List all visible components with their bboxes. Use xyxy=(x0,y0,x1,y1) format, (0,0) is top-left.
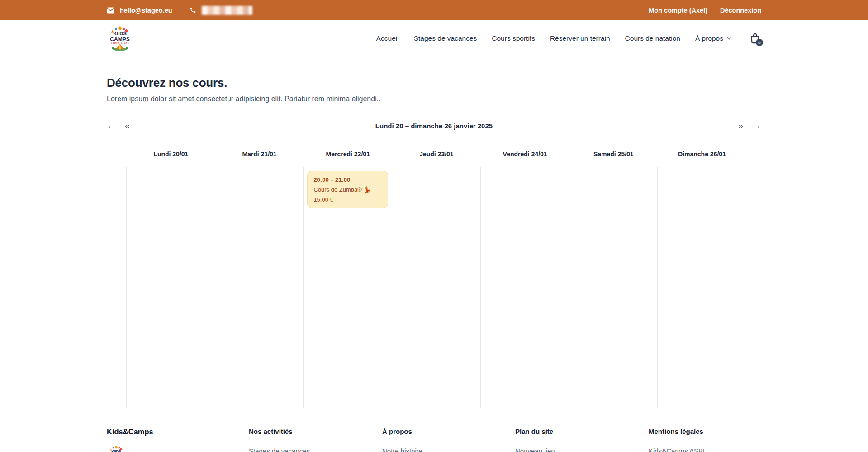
footer-link-notre-histoire[interactable]: Notre histoire xyxy=(382,447,515,452)
site-logo[interactable]: KIIDS CAMPS C A M P S · C A M P S xyxy=(107,25,133,52)
nav-item-reserver-un-terrain[interactable]: Réserver un terrain xyxy=(550,34,610,42)
day-header-vendredi: Vendredi 24/01 xyxy=(481,151,569,158)
day-header-jeudi: Jeudi 23/01 xyxy=(392,151,481,158)
phone-number-redacted xyxy=(202,6,252,15)
cart-button[interactable]: 0 xyxy=(749,32,761,44)
footer-logo: KIIDS CAMPS xyxy=(107,436,249,452)
calendar-column-samedi xyxy=(569,167,658,408)
footer-col-title-activites: Nos activitiés xyxy=(249,428,382,435)
day-header-dimanche: Dimanche 26/01 xyxy=(658,151,746,158)
nav-item-cours-de-natation[interactable]: Cours de natation xyxy=(625,34,680,42)
next-week-arrow-icon[interactable]: → xyxy=(752,119,761,132)
email-icon xyxy=(107,7,114,14)
nav-item-stages-de-vacances[interactable]: Stages de vacances xyxy=(414,34,477,42)
calendar-column-mercredi: 20:00 – 21:00 Cours de Zumba® 💃 15,00 € xyxy=(304,167,392,408)
calendar-grid: 20:00 – 21:00 Cours de Zumba® 💃 15,00 € xyxy=(107,167,761,408)
main-content: Découvrez nos cours. Lorem ipsum dolor s… xyxy=(107,56,761,452)
site-header: KIIDS CAMPS C A M P S · C A M P S Accuei… xyxy=(0,20,868,56)
week-navigation: Lundi 20 – dimanche 26 janvier 2025 ← « … xyxy=(107,119,761,132)
phone-contact[interactable] xyxy=(190,6,252,15)
calendar-gutter xyxy=(107,167,127,408)
prev-fast-arrow-icon[interactable]: « xyxy=(125,119,130,132)
calendar-column-mardi xyxy=(215,167,304,408)
event-time: 20:00 – 21:00 xyxy=(313,176,382,183)
account-link[interactable]: Mon compte (Axel) xyxy=(649,7,707,14)
next-fast-arrow-icon[interactable]: » xyxy=(738,119,743,132)
day-header-mercredi: Mercredi 22/01 xyxy=(304,151,392,158)
svg-text:KIIDS: KIIDS xyxy=(113,31,127,36)
footer-brand: Kids&Camps xyxy=(107,428,249,436)
footer-col-title-a-propos: À propos xyxy=(382,428,515,435)
day-header-mardi: Mardi 21/01 xyxy=(215,151,304,158)
calendar-column-lundi xyxy=(127,167,215,408)
nav-item-cours-sportifs[interactable]: Cours sportifs xyxy=(492,34,535,42)
calendar-column-vendredi xyxy=(481,167,569,408)
footer-link-nouveau-lien[interactable]: Nouveau lien xyxy=(515,447,649,452)
cart-count-badge: 0 xyxy=(756,39,763,46)
calendar-day-headers: Lundi 20/01 Mardi 21/01 Mercredi 22/01 J… xyxy=(107,148,761,160)
nav-dropdown-label: À propos xyxy=(695,34,723,42)
footer: Kids&Camps KIIDS CAMPS xyxy=(107,428,761,452)
footer-col-title-mentions-legales: Mentions légales xyxy=(649,428,761,435)
event-title: Cours de Zumba® 💃 xyxy=(313,186,382,193)
event-card-zumba[interactable]: 20:00 – 21:00 Cours de Zumba® 💃 15,00 € xyxy=(307,171,388,208)
footer-col-title-plan-du-site: Plan du site xyxy=(515,428,649,435)
svg-text:CAMPS: CAMPS xyxy=(110,36,130,42)
calendar-column-dimanche xyxy=(658,167,746,408)
footer-link-kidscamps-asbl[interactable]: Kids&Camps ASBL xyxy=(649,447,761,452)
page-subtitle: Lorem ipsum dolor sit amet consectetur a… xyxy=(107,95,761,103)
week-range-label: Lundi 20 – dimanche 26 janvier 2025 xyxy=(107,122,761,130)
prev-week-arrow-icon[interactable]: ← xyxy=(107,119,116,132)
nav-item-accueil[interactable]: Accueil xyxy=(376,34,399,42)
topbar: hello@stageo.eu Mon compte (Axel) Déconn… xyxy=(0,0,868,20)
email-contact[interactable]: hello@stageo.eu xyxy=(107,7,172,14)
logout-link[interactable]: Déconnexion xyxy=(720,7,761,14)
event-price: 15,00 € xyxy=(313,196,382,203)
chevron-down-icon xyxy=(726,35,732,41)
main-nav: Accueil Stages de vacances Cours sportif… xyxy=(376,32,761,44)
calendar-column-jeudi xyxy=(392,167,481,408)
svg-text:KIIDS: KIIDS xyxy=(111,449,121,452)
nav-dropdown-a-propos[interactable]: À propos xyxy=(695,34,732,42)
email-text: hello@stageo.eu xyxy=(120,7,172,14)
phone-icon xyxy=(190,7,196,14)
footer-link-stages-de-vacances[interactable]: Stages de vacances xyxy=(249,447,382,452)
day-header-samedi: Samedi 25/01 xyxy=(569,151,658,158)
day-header-lundi: Lundi 20/01 xyxy=(127,151,215,158)
page-title: Découvrez nos cours. xyxy=(107,76,761,90)
